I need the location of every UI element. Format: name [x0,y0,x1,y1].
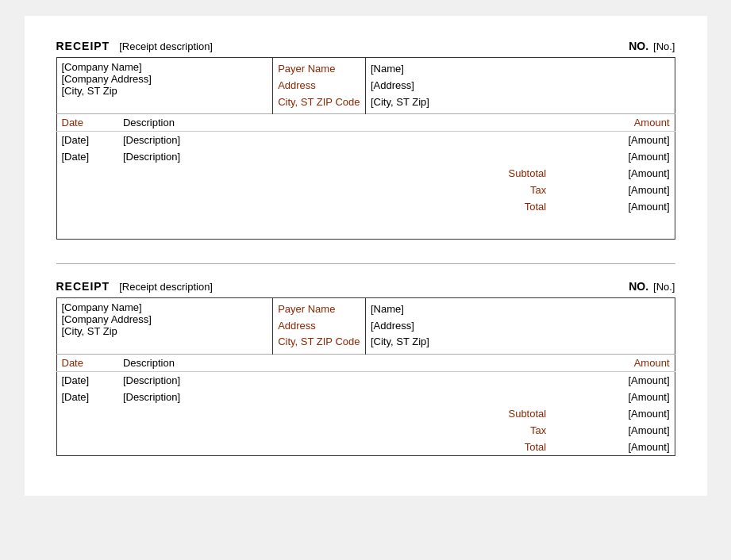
receipt-description-1: [Receipt description] [119,40,213,52]
tax-label-2: Tax [118,422,551,439]
tax-label-1: Tax [118,182,551,198]
total-spacer-2 [56,439,118,456]
desc-val-1-1: [Description] [118,132,551,149]
payer-value-name-2: [Name] [371,301,670,318]
payer-value-cell-2: [Name] [Address] [City, ST Zip] [365,298,675,355]
company-cell-2: [Company Name] [Company Address] [City, … [56,298,273,355]
payer-label-address-1: Address [278,78,360,94]
table-row: [Date] [Description] [Amount] [56,372,675,389]
page-container: RECEIPT [Receipt description] NO. [No.] … [25,16,707,496]
company-address-2: [Company Address] [62,313,268,325]
receipt-no-area-2: NO. [No.] [629,280,675,293]
date-val-2-1: [Date] [56,372,118,389]
subtotal-label-2: Subtotal [118,405,551,422]
subtotal-spacer-1 [56,165,118,182]
receipt-no-label-1: NO. [629,40,648,52]
amount-header-1: Amount [551,114,675,132]
desc-val-1-2: [Description] [118,148,551,165]
company-name-1: [Company Name] [62,61,268,73]
amount-val-2-1: [Amount] [551,372,675,389]
total-label-1: Total [118,198,551,215]
desc-header-1: Description [118,114,551,132]
spacer-row-1 [56,215,675,239]
payer-value-city-2: [City, ST Zip] [371,334,670,351]
payer-value-name-1: [Name] [371,61,670,78]
receipt-body-2: Date Description Amount [Date] [Descript… [56,355,675,456]
total-label-2: Total [118,439,551,456]
payer-label-city-1: City, ST ZIP Code [278,94,360,111]
total-row-2: Total [Amount] [56,439,675,456]
receipt-header-2: RECEIPT [Receipt description] NO. [No.] [56,280,675,298]
receipt-description-2: [Receipt description] [119,281,213,293]
info-row-2: [Company Name] [Company Address] [City, … [56,298,675,355]
amount-val-1-1: [Amount] [551,132,675,149]
amount-val-2-2: [Amount] [551,389,675,405]
payer-label-address-2: Address [278,318,360,335]
receipt-col-header-row-2: Date Description Amount [56,355,675,372]
receipt-header-1: RECEIPT [Receipt description] NO. [No.] [56,40,675,58]
total-value-2: [Amount] [551,439,675,456]
receipt-no-label-2: NO. [629,280,648,293]
subtotal-label-1: Subtotal [118,165,551,182]
tax-row-1: Tax [Amount] [56,182,675,198]
receipt-block-1: RECEIPT [Receipt description] NO. [No.] … [56,40,675,240]
receipt-col-header-row-1: Date Description Amount [56,114,675,132]
tax-value-1: [Amount] [551,182,675,198]
payer-value-address-2: [Address] [371,318,670,335]
payer-label-cell-2: Payer Name Address City, ST ZIP Code [273,298,366,355]
total-row-1: Total [Amount] [56,198,675,215]
tax-value-2: [Amount] [551,422,675,439]
receipt-no-value-1: [No.] [653,40,675,52]
tax-row-2: Tax [Amount] [56,422,675,439]
payer-label-city-2: City, ST ZIP Code [278,334,360,351]
table-row: [Date] [Description] [Amount] [56,132,675,149]
total-value-1: [Amount] [551,198,675,215]
amount-header-2: Amount [551,355,675,372]
total-spacer-1 [56,198,118,215]
receipt-block-2: RECEIPT [Receipt description] NO. [No.] … [56,280,675,456]
receipt-info-table-1: [Company Name] [Company Address] [City, … [56,58,675,114]
date-val-1-2: [Date] [56,148,118,165]
receipt-body-1: Date Description Amount [Date] [Descript… [56,114,675,240]
amount-val-1-2: [Amount] [551,148,675,165]
subtotal-spacer-2 [56,405,118,422]
date-val-2-2: [Date] [56,389,118,405]
company-cell-1: [Company Name] [Company Address] [City, … [56,58,273,114]
tax-spacer-2 [56,422,118,439]
company-city-2: [City, ST Zip [62,325,268,337]
receipt-info-table-2: [Company Name] [Company Address] [City, … [56,298,675,355]
receipt-title-1: RECEIPT [56,40,110,52]
subtotal-value-2: [Amount] [551,405,675,422]
company-city-1: [City, ST Zip [62,85,268,97]
payer-value-cell-1: [Name] [Address] [City, ST Zip] [365,58,675,114]
payer-label-cell-1: Payer Name Address City, ST ZIP Code [273,58,366,114]
info-row-1: [Company Name] [Company Address] [City, … [56,58,675,114]
subtotal-row-1: Subtotal [Amount] [56,165,675,182]
receipt-title-2: RECEIPT [56,280,110,293]
subtotal-row-2: Subtotal [Amount] [56,405,675,422]
table-row: [Date] [Description] [Amount] [56,148,675,165]
subtotal-value-1: [Amount] [551,165,675,182]
payer-value-address-1: [Address] [371,78,670,94]
table-row: [Date] [Description] [Amount] [56,389,675,405]
date-header-2: Date [56,355,118,372]
company-name-2: [Company Name] [62,301,268,313]
date-val-1-1: [Date] [56,132,118,149]
page-divider [56,263,675,264]
desc-val-2-2: [Description] [118,389,551,405]
receipt-no-value-2: [No.] [653,281,675,293]
receipt-no-area-1: NO. [No.] [629,40,675,52]
company-address-1: [Company Address] [62,73,268,85]
payer-label-name-2: Payer Name [278,301,360,318]
date-header-1: Date [56,114,118,132]
tax-spacer-1 [56,182,118,198]
payer-value-city-1: [City, ST Zip] [371,94,670,111]
payer-label-name-1: Payer Name [278,61,360,78]
receipt-title-area-1: RECEIPT [Receipt description] [56,40,213,52]
desc-val-2-1: [Description] [118,372,551,389]
receipt-title-area-2: RECEIPT [Receipt description] [56,280,213,293]
desc-header-2: Description [118,355,551,372]
